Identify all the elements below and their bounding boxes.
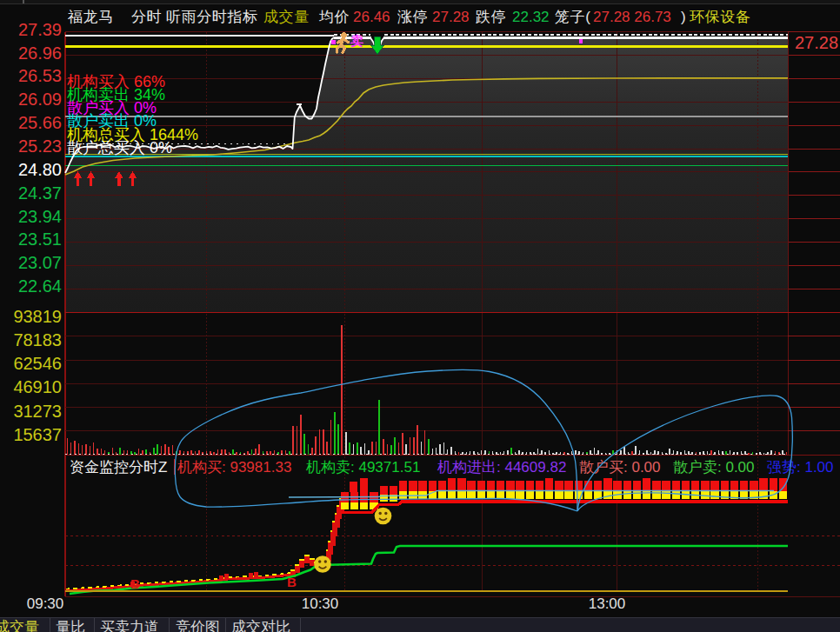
svg-text:26.96: 26.96 (18, 43, 62, 63)
svg-text:23.51: 23.51 (18, 230, 62, 249)
svg-text:听雨分时指标: 听雨分时指标 (166, 9, 258, 25)
svg-text:27.28: 27.28 (795, 33, 838, 52)
svg-text:23.07: 23.07 (18, 253, 62, 272)
svg-text:09:30: 09:30 (27, 595, 64, 612)
svg-text:24.80: 24.80 (18, 160, 62, 179)
svg-text:25.66: 25.66 (18, 113, 62, 132)
svg-text:78183: 78183 (13, 330, 62, 349)
svg-text:10:30: 10:30 (302, 595, 339, 612)
svg-text:26.46: 26.46 (353, 9, 390, 25)
svg-text:资金监控分时Z: 资金监控分时Z (70, 459, 167, 476)
svg-text:B: B (287, 575, 297, 589)
svg-text:分时: 分时 (131, 9, 162, 25)
svg-text:27.28 26.73: 27.28 26.73 (593, 9, 671, 25)
svg-text:26.53: 26.53 (18, 66, 62, 85)
svg-text:环保设备: 环保设备 (690, 9, 750, 25)
svg-text:散户买: 0.00: 散户买: 0.00 (579, 459, 661, 476)
svg-text:27.28: 27.28 (432, 9, 470, 25)
svg-text:13:00: 13:00 (589, 595, 626, 612)
svg-text:买卖力道: 买卖力道 (100, 619, 159, 632)
svg-text:24.37: 24.37 (18, 183, 62, 203)
svg-text:机构买: 93981.33: 机构买: 93981.33 (177, 459, 291, 476)
svg-text:31273: 31273 (13, 402, 62, 421)
svg-text:62546: 62546 (13, 354, 62, 373)
svg-text:15637: 15637 (13, 425, 62, 444)
svg-text:量比: 量比 (56, 619, 85, 632)
svg-text:机构进出: 44609.82: 机构进出: 44609.82 (437, 459, 566, 476)
svg-text:均价: 均价 (318, 9, 350, 25)
svg-text:跌停: 跌停 (476, 9, 506, 25)
svg-text:25.23: 25.23 (18, 136, 62, 156)
svg-text:46910: 46910 (13, 377, 62, 396)
svg-text:23.94: 23.94 (18, 207, 62, 226)
svg-text:成交量: 成交量 (263, 9, 310, 25)
svg-text:散户总买入 0%: 散户总买入 0% (67, 139, 172, 156)
svg-text:B: B (130, 576, 140, 591)
svg-text:机构卖: 49371.51: 机构卖: 49371.51 (305, 459, 420, 476)
svg-text:强势: 1.00: 强势: 1.00 (767, 459, 834, 476)
svg-text:成交对比: 成交对比 (231, 619, 290, 632)
svg-text:卖: 卖 (350, 33, 363, 48)
svg-text:93819: 93819 (13, 307, 62, 326)
svg-text:笼子(: 笼子( (555, 9, 590, 25)
svg-text:竞价图: 竞价图 (176, 619, 220, 632)
svg-text:散户卖: 0.00: 散户卖: 0.00 (673, 459, 755, 476)
svg-text:福龙马: 福龙马 (67, 9, 114, 25)
svg-text:22.64: 22.64 (18, 276, 62, 296)
svg-text:涨停: 涨停 (397, 9, 428, 25)
svg-text:成交量: 成交量 (0, 619, 39, 632)
svg-text:26.09: 26.09 (18, 90, 62, 109)
svg-text:22.32: 22.32 (512, 9, 550, 25)
svg-text:27.39: 27.39 (18, 20, 62, 39)
svg-text:): ) (681, 9, 686, 25)
